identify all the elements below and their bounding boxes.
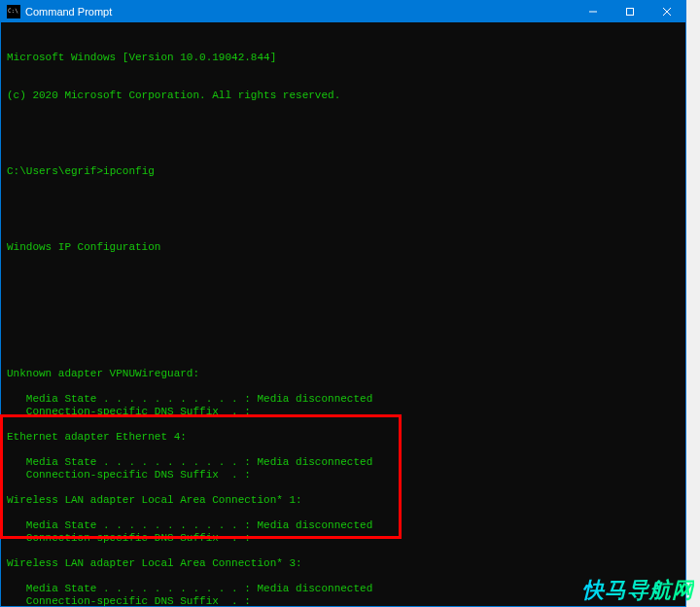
copyright-line: (c) 2020 Microsoft Corporation. All righ…: [7, 89, 685, 102]
prompt-path: C:\Users\egrif>: [7, 165, 103, 177]
config-header: Windows IP Configuration: [7, 241, 685, 254]
adapter-row: Media State . . . . . . . . . . . : Medi…: [7, 456, 685, 469]
adapter-row: Connection-specific DNS Suffix . :: [7, 406, 685, 418]
cmd-icon: [7, 5, 20, 18]
adapter-row: Connection-specific DNS Suffix . :: [7, 469, 685, 482]
maximize-button[interactable]: [612, 1, 648, 22]
adapter-title: Unknown adapter VPNUWireguard:: [7, 368, 685, 380]
svg-rect-1: [627, 9, 634, 16]
adapter-row: Media State . . . . . . . . . . . : Medi…: [7, 519, 685, 532]
adapter-title: Ethernet adapter Ethernet 4:: [7, 431, 685, 444]
adapter-title: Wireless LAN adapter Local Area Connecti…: [7, 557, 685, 570]
titlebar[interactable]: Command Prompt: [1, 1, 685, 22]
terminal-output[interactable]: Microsoft Windows [Version 10.0.19042.84…: [1, 22, 685, 606]
os-version-line: Microsoft Windows [Version 10.0.19042.84…: [7, 52, 685, 64]
window-title: Command Prompt: [25, 6, 112, 18]
adapter-row: Media State . . . . . . . . . . . : Medi…: [7, 393, 685, 406]
adapter-row: Media State . . . . . . . . . . . : Medi…: [7, 583, 685, 595]
prompt-command: ipconfig: [103, 165, 155, 177]
minimize-button[interactable]: [575, 1, 612, 22]
prompt-line: C:\Users\egrif>ipconfig: [7, 165, 685, 178]
close-icon: [662, 7, 672, 17]
maximize-icon: [625, 7, 635, 17]
minimize-icon: [588, 7, 598, 17]
close-button[interactable]: [648, 1, 685, 22]
command-prompt-window: Command Prompt Microsoft Windows [Versio…: [0, 0, 686, 607]
adapter-row: Connection-specific DNS Suffix . :: [7, 595, 685, 606]
adapter-title: Wireless LAN adapter Local Area Connecti…: [7, 494, 685, 507]
adapter-row: Connection-specific DNS Suffix . :: [7, 532, 685, 545]
